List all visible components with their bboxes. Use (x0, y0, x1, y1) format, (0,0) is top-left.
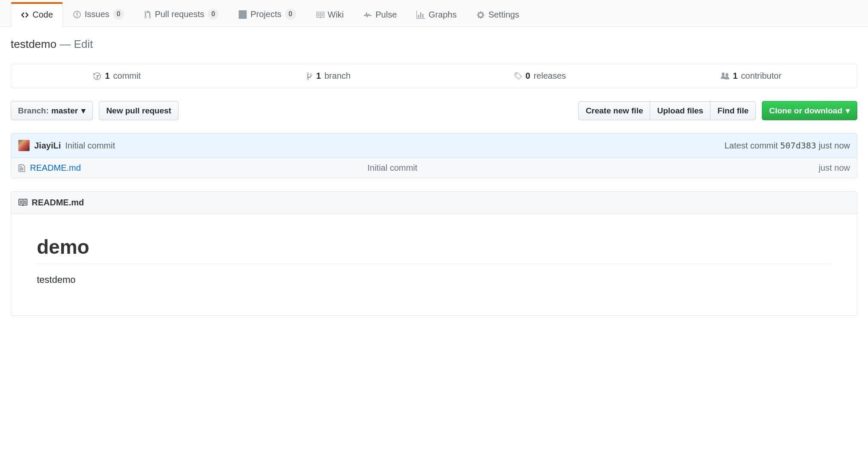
clone-label: Clone or download (769, 106, 842, 116)
repo-tabnav: Code Issues 0 Pull requests 0 Projects 0… (0, 0, 868, 27)
description-separator: — (56, 38, 74, 50)
file-link[interactable]: README.md (30, 163, 81, 173)
tab-graphs[interactable]: Graphs (407, 2, 467, 27)
project-icon (238, 9, 247, 19)
code-icon (21, 10, 29, 20)
tab-label: Projects (250, 9, 281, 19)
new-pull-request-button[interactable]: New pull request (99, 101, 178, 120)
stat-count: 1 (733, 71, 737, 81)
tab-issues[interactable]: Issues 0 (63, 0, 134, 27)
stat-commits[interactable]: 1 commit (11, 64, 223, 88)
branch-name: master (51, 106, 78, 116)
tag-icon (514, 71, 522, 81)
file-commit-message[interactable]: Initial commit (367, 163, 818, 173)
book-icon (316, 10, 324, 20)
book-icon (18, 198, 27, 208)
stat-label: branch (324, 71, 351, 81)
pulse-icon (363, 10, 372, 20)
tab-label: Settings (488, 10, 519, 20)
caret-down-icon: ▾ (846, 106, 850, 116)
tab-wiki[interactable]: Wiki (306, 2, 354, 27)
file-actions-row: Branch: master ▾ New pull request Create… (11, 101, 857, 120)
file-button-group: Create new file Upload files Find file (578, 101, 756, 120)
branch-prefix: Branch: (18, 106, 49, 116)
tab-counter: 0 (113, 9, 124, 20)
caret-down-icon: ▾ (81, 106, 86, 116)
stat-label: releases (534, 71, 566, 81)
graph-icon (416, 10, 425, 20)
file-time: just now (819, 163, 850, 173)
history-icon (93, 71, 101, 81)
gear-icon (476, 10, 485, 20)
stat-branches[interactable]: 1 branch (223, 64, 434, 88)
issue-icon (73, 9, 81, 19)
people-icon (721, 71, 729, 81)
stat-label: contributor (741, 71, 782, 81)
tab-counter: 0 (208, 9, 219, 20)
latest-commit-prefix: Latest commit (725, 141, 778, 150)
tab-label: Wiki (328, 10, 344, 20)
tab-counter: 0 (285, 9, 296, 20)
tab-label: Code (33, 10, 53, 20)
tab-settings[interactable]: Settings (467, 2, 529, 27)
readme-header: README.md (11, 192, 857, 214)
tab-projects[interactable]: Projects 0 (229, 0, 306, 27)
tab-pulse[interactable]: Pulse (354, 2, 407, 27)
commit-author[interactable]: JiayiLi (34, 141, 61, 151)
tab-label: Issues (85, 9, 110, 19)
repo-description-row: testdemo — Edit (11, 38, 857, 51)
commit-sha[interactable]: 507d383 (780, 140, 816, 151)
branch-icon (306, 71, 313, 81)
avatar[interactable] (18, 139, 30, 151)
readme-heading: demo (37, 235, 831, 264)
readme-body: demo testdemo (11, 214, 857, 315)
upload-files-button[interactable]: Upload files (650, 101, 710, 120)
find-file-button[interactable]: Find file (710, 101, 756, 120)
commit-time: just now (819, 141, 850, 150)
tab-label: Graphs (428, 10, 457, 20)
stat-count: 1 (105, 71, 110, 81)
branch-select-button[interactable]: Branch: master ▾ (11, 101, 93, 120)
file-row: README.md Initial commit just now (11, 158, 857, 178)
readme-box: README.md demo testdemo (11, 191, 857, 316)
repo-stats-bar: 1 commit 1 branch 0 releases 1 contribut… (11, 64, 857, 88)
file-icon (18, 163, 26, 173)
tab-code[interactable]: Code (11, 2, 63, 27)
readme-filename: README.md (32, 198, 84, 208)
create-file-button[interactable]: Create new file (578, 101, 650, 120)
commit-message[interactable]: Initial commit (65, 141, 115, 151)
stat-count: 0 (526, 71, 530, 81)
tab-label: Pulse (375, 10, 397, 20)
tab-pull-requests[interactable]: Pull requests 0 (134, 0, 229, 27)
stat-releases[interactable]: 0 releases (434, 64, 645, 88)
readme-paragraph: testdemo (37, 274, 831, 285)
stat-contributors[interactable]: 1 contributor (645, 64, 857, 88)
pull-request-icon (144, 9, 152, 19)
clone-download-button[interactable]: Clone or download ▾ (762, 101, 857, 120)
repo-description: testdemo (11, 38, 56, 50)
latest-commit-bar: JiayiLi Initial commit Latest commit 507… (11, 133, 857, 158)
stat-label: commit (113, 71, 140, 81)
tab-label: Pull requests (155, 9, 205, 19)
edit-description-link[interactable]: Edit (74, 38, 93, 50)
stat-count: 1 (316, 71, 321, 81)
